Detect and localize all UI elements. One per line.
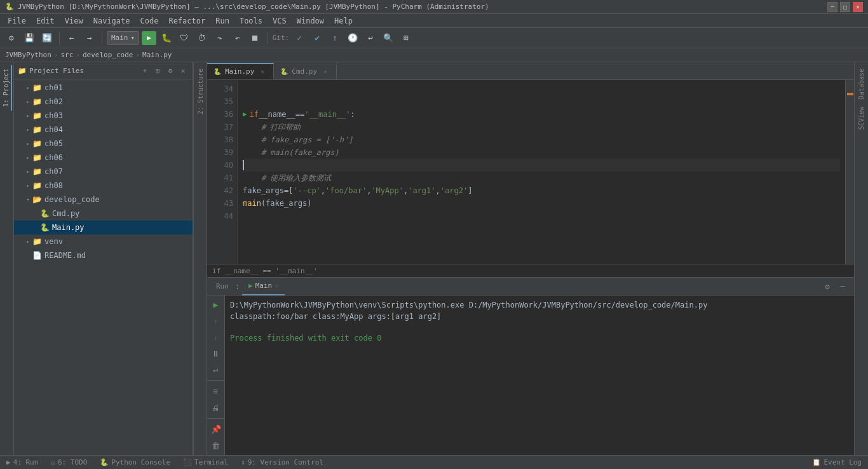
toolbar-coverage[interactable]: 🛡 [177, 31, 192, 46]
toolbar-forward[interactable]: → [82, 31, 97, 46]
toolbar-layout[interactable]: ⊞ [398, 31, 414, 46]
menu-file[interactable]: File [3, 14, 31, 28]
toolbar-step[interactable]: ↷ [212, 31, 227, 46]
tree-item-ch06[interactable]: ▸📁ch06 [14, 151, 193, 165]
menu-code[interactable]: Code [135, 14, 164, 28]
git-revert[interactable]: ↩ [363, 31, 378, 46]
bottom-tab-event-log[interactable]: 📋 Event Log [806, 456, 868, 470]
toolbar-stop[interactable]: ⏹ [248, 31, 263, 46]
editor-tab-Main-py[interactable]: 🐍Main.py✕ [207, 63, 274, 79]
run-label: Run [212, 282, 233, 290]
breadcrumb-item-0[interactable]: JVMByPython [5, 51, 51, 59]
tree-item-Cmd-py[interactable]: 🐍Cmd.py [14, 207, 193, 221]
line-number: 43 [207, 197, 233, 210]
bottom-tab-9--version-control[interactable]: ↕ 9: Version Control [234, 456, 330, 470]
run-tab-close[interactable]: ✕ [275, 282, 278, 289]
window-controls[interactable]: ─ □ ✕ [827, 2, 863, 12]
menu-run[interactable]: Run [210, 14, 234, 28]
menu-vcs[interactable]: VCS [268, 14, 292, 28]
run-success-line: Process finished with exit code 0 [230, 332, 849, 344]
run-scroll-up-btn[interactable]: ↑ [209, 314, 223, 327]
run-trash-btn[interactable]: 🗑 [209, 439, 223, 452]
tree-item-venv[interactable]: ▸📁venv [14, 234, 193, 248]
database-toggle[interactable]: Database [857, 65, 866, 103]
project-panel: 📁 Project Files + ⊞ ⚙ ✕ ▸📁ch01▸📁ch02▸📁ch… [14, 62, 193, 455]
toolbar-step2[interactable]: ↶ [230, 31, 245, 46]
window-title: JVMByPython [D:\MyPythonWork\JVMByPython… [18, 3, 489, 11]
toolbar-settings[interactable]: ⚙ [4, 31, 19, 46]
menu-window[interactable]: Window [292, 14, 329, 28]
tree-item-ch01[interactable]: ▸📁ch01 [14, 81, 193, 95]
run-minimize-btn[interactable]: ─ [836, 280, 849, 293]
structure-panel-toggle[interactable]: 2: Structure [196, 65, 205, 118]
code-content[interactable]: ▶if __name__ == '__main__': # 打印帮助 # fak… [238, 80, 845, 264]
toolbar-profile[interactable]: ⏱ [194, 31, 210, 46]
breadcrumb-item-2[interactable]: develop_code [83, 51, 133, 59]
breadcrumb-item-3[interactable]: Main.py [142, 51, 172, 59]
scview-toggle[interactable]: SCView [857, 103, 866, 133]
tree-item-ch07[interactable]: ▸📁ch07 [14, 165, 193, 179]
bottom-tab-6--todo[interactable]: ☑ 6: TODO [44, 456, 93, 470]
menu-tools[interactable]: Tools [234, 14, 268, 28]
tree-item-README-md[interactable]: 📄README.md [14, 248, 193, 262]
bottom-tab-4--run[interactable]: ▶ 4: Run [0, 456, 44, 470]
python-file-icon: 🐍 [39, 223, 50, 232]
tree-item-ch03[interactable]: ▸📁ch03 [14, 109, 193, 123]
tree-item-Main-py[interactable]: 🐍Main.py [14, 221, 193, 234]
tree-item-ch05[interactable]: ▸📁ch05 [14, 137, 193, 151]
expand-all-btn[interactable]: ⊞ [152, 65, 163, 76]
menu-navigate[interactable]: Navigate [88, 14, 135, 28]
tree-item-label: ch06 [44, 153, 190, 162]
bottom-tab-python-console[interactable]: 🐍 Python Console [93, 456, 177, 470]
toolbar-debug[interactable]: 🐛 [159, 31, 174, 46]
run-panel: Run : ▶ Main ✕ ⚙ ─ ▶ ↑ ↓ [207, 277, 854, 455]
project-toggle[interactable]: 1: Project [1, 65, 12, 111]
git-commit[interactable]: ✔ [309, 31, 325, 46]
git-push[interactable]: ↑ [327, 31, 342, 46]
tab-close-btn[interactable]: ✕ [321, 67, 330, 76]
breadcrumb-item-1[interactable]: src [60, 51, 73, 59]
git-update[interactable]: ✓ [292, 31, 307, 46]
toolbar-save[interactable]: 💾 [22, 31, 37, 46]
toolbar-find[interactable]: 🔍 [381, 31, 396, 46]
menu-view[interactable]: View [60, 14, 88, 28]
tree-item-ch04[interactable]: ▸📁ch04 [14, 123, 193, 137]
run-tab-main[interactable]: ▶ Main ✕ [242, 278, 285, 296]
run-sep2 [207, 418, 224, 419]
tab-close-btn[interactable]: ✕ [258, 67, 267, 76]
project-tree: ▸📁ch01▸📁ch02▸📁ch03▸📁ch04▸📁ch05▸📁ch06▸📁ch… [14, 79, 193, 455]
menu-refactor[interactable]: Refactor [163, 14, 210, 28]
close-button[interactable]: ✕ [853, 2, 863, 12]
tree-item-ch08[interactable]: ▸📁ch08 [14, 179, 193, 193]
minimize-button[interactable]: ─ [827, 2, 837, 12]
run-config-dropdown[interactable]: Main ▾ [107, 31, 139, 45]
menu-edit[interactable]: Edit [31, 14, 60, 28]
run-print-btn[interactable]: 🖨 [209, 401, 223, 414]
menu-help[interactable]: Help [329, 14, 358, 28]
tree-item-ch02[interactable]: ▸📁ch02 [14, 95, 193, 109]
run-button[interactable]: ▶ [142, 31, 156, 45]
code-line-44 [243, 210, 840, 222]
editor-tab-Cmd-py[interactable]: 🐍Cmd.py✕ [274, 63, 337, 79]
code-line-39: # main(fake_args) [243, 146, 840, 159]
maximize-button[interactable]: □ [840, 2, 850, 12]
add-file-btn[interactable]: + [139, 65, 151, 76]
git-history[interactable]: 🕐 [345, 31, 360, 46]
toolbar-sync[interactable]: 🔄 [39, 31, 55, 46]
run-scroll-down-btn[interactable]: ↓ [209, 330, 223, 344]
bottom-tab-label: Python Console [111, 458, 170, 466]
toolbar-back[interactable]: ← [64, 31, 79, 46]
code-line-43: main(fake_args) [243, 197, 840, 210]
run-settings-btn[interactable]: ⚙ [821, 280, 834, 293]
close-panel-btn[interactable]: ✕ [177, 65, 189, 76]
run-play-btn[interactable]: ▶ [209, 298, 223, 311]
bottom-tab-terminal[interactable]: ⬛ Terminal [177, 456, 234, 470]
run-wrap-btn[interactable]: ↵ [209, 363, 223, 376]
run-filter-btn[interactable]: ≡ [209, 384, 223, 398]
title-text: 🐍 JVMByPython [D:\MyPythonWork\JVMByPyth… [5, 3, 489, 11]
settings-btn[interactable]: ⚙ [165, 65, 176, 76]
run-pin-btn[interactable]: 📌 [209, 423, 223, 436]
tree-item-develop_code[interactable]: ▾📂develop_code [14, 193, 193, 207]
line-number: 40 [207, 159, 233, 172]
run-pause-btn[interactable]: ⏸ [209, 346, 223, 360]
